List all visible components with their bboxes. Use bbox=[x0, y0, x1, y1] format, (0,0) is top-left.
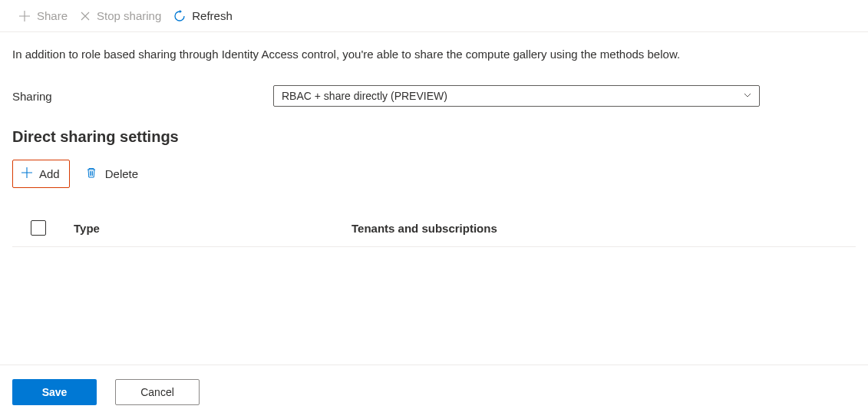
trash-icon bbox=[85, 167, 97, 181]
column-header-tenants[interactable]: Tenants and subscriptions bbox=[351, 222, 856, 235]
sharing-select-value: RBAC + share directly (PREVIEW) bbox=[273, 85, 760, 107]
select-all-checkbox[interactable] bbox=[31, 220, 46, 236]
sharing-label: Sharing bbox=[12, 90, 273, 103]
refresh-button[interactable]: Refresh bbox=[173, 9, 233, 22]
sharing-table: Type Tenants and subscriptions bbox=[12, 210, 856, 247]
save-button[interactable]: Save bbox=[12, 379, 97, 405]
main-content: In addition to role based sharing throug… bbox=[0, 32, 868, 247]
refresh-label: Refresh bbox=[192, 9, 233, 22]
share-button[interactable]: Share bbox=[18, 9, 68, 22]
cancel-button[interactable]: Cancel bbox=[115, 379, 200, 405]
x-icon bbox=[80, 11, 91, 21]
direct-sharing-actions: Add Delete bbox=[12, 160, 856, 188]
stop-sharing-button[interactable]: Stop sharing bbox=[80, 9, 161, 22]
delete-label: Delete bbox=[105, 167, 138, 180]
share-label: Share bbox=[37, 9, 68, 22]
sharing-field-row: Sharing RBAC + share directly (PREVIEW) bbox=[12, 85, 856, 107]
plus-icon bbox=[18, 10, 31, 22]
delete-button[interactable]: Delete bbox=[78, 160, 146, 187]
command-toolbar: Share Stop sharing Refresh bbox=[0, 0, 868, 32]
direct-sharing-heading: Direct sharing settings bbox=[12, 128, 856, 146]
description-text: In addition to role based sharing throug… bbox=[12, 48, 856, 61]
sharing-select[interactable]: RBAC + share directly (PREVIEW) bbox=[273, 85, 760, 107]
add-button[interactable]: Add bbox=[12, 160, 70, 188]
footer-bar: Save Cancel bbox=[0, 365, 868, 419]
refresh-icon bbox=[173, 10, 186, 22]
column-header-type[interactable]: Type bbox=[74, 222, 351, 235]
table-header-row: Type Tenants and subscriptions bbox=[12, 210, 856, 247]
plus-icon bbox=[21, 167, 33, 181]
select-all-cell bbox=[12, 220, 74, 236]
stop-sharing-label: Stop sharing bbox=[97, 9, 161, 22]
add-label: Add bbox=[39, 167, 60, 180]
